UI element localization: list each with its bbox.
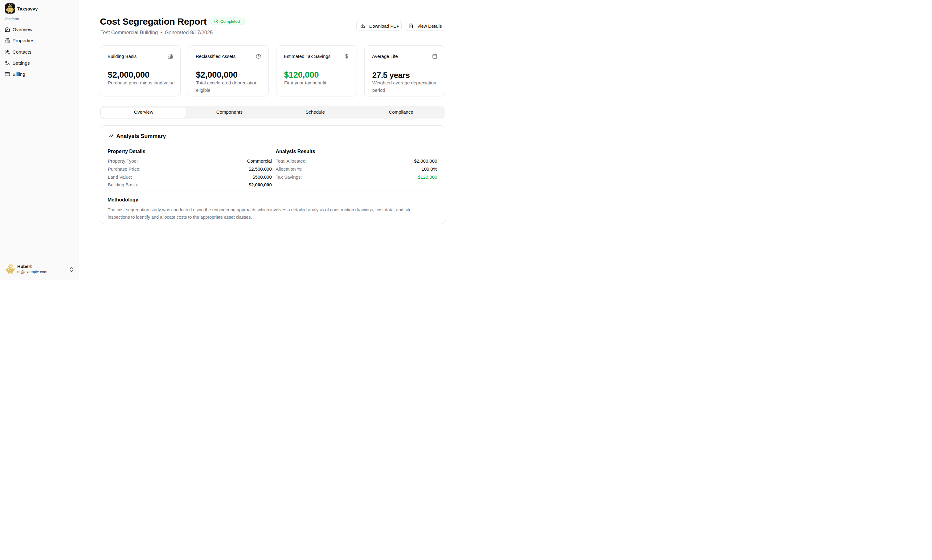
svg-text:$: $ <box>10 4 11 7</box>
svg-text:$: $ <box>10 264 12 267</box>
